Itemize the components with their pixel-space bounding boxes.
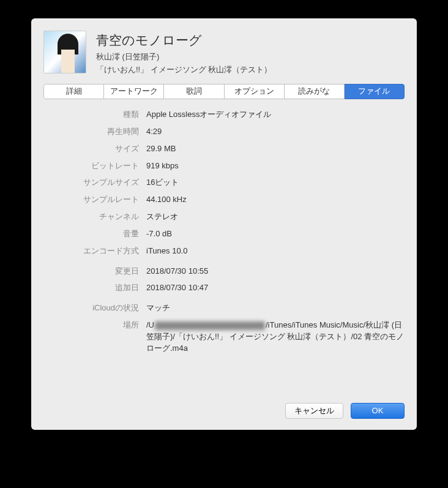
label-location: 場所 xyxy=(43,320,146,331)
title-block: 青空のモノローグ 秋山澪 (日笠陽子) 「けいおん!!」 イメージソング 秋山澪… xyxy=(96,31,272,75)
tab-lyrics[interactable]: 歌詞 xyxy=(164,84,224,99)
label-icloud: iCloudの状況 xyxy=(43,302,146,313)
row-samplesize: サンプルサイズ 16ビット xyxy=(43,177,405,189)
tab-bar: 詳細 アートワーク 歌詞 オプション 読みがな ファイル xyxy=(43,84,405,99)
tab-options[interactable]: オプション xyxy=(225,84,285,99)
tab-details[interactable]: 詳細 xyxy=(43,84,104,99)
row-kind: 種類 Apple Losslessオーディオファイル xyxy=(43,109,405,121)
value-encoder: iTunes 10.0 xyxy=(146,246,405,257)
row-added: 追加日 2018/07/30 10:47 xyxy=(43,282,405,294)
value-kind: Apple Losslessオーディオファイル xyxy=(146,109,405,121)
label-samplerate: サンプルレート xyxy=(43,194,146,205)
tab-file[interactable]: ファイル xyxy=(345,84,405,99)
dialog-header: 青空のモノローグ 秋山澪 (日笠陽子) 「けいおん!!」 イメージソング 秋山澪… xyxy=(31,18,417,84)
row-encoder: エンコード方式 iTunes 10.0 xyxy=(43,246,405,257)
tab-sorting[interactable]: 読みがな xyxy=(285,84,345,99)
album-artwork xyxy=(43,31,86,73)
value-samplerate: 44.100 kHz xyxy=(146,194,405,206)
row-samplerate: サンプルレート 44.100 kHz xyxy=(43,194,405,206)
value-duration: 4:29 xyxy=(146,126,405,138)
row-icloud: iCloudの状況 マッチ xyxy=(43,302,405,314)
value-icloud: マッチ xyxy=(146,302,405,314)
value-added: 2018/07/30 10:47 xyxy=(146,282,405,294)
value-volume: -7.0 dB xyxy=(146,228,405,240)
value-location: /U/iTunes/iTunes Music/Music/秋山澪 (日笠陽子)/… xyxy=(146,320,405,355)
ok-button[interactable]: OK xyxy=(351,403,405,419)
track-artist: 秋山澪 (日笠陽子) xyxy=(96,51,272,62)
row-modified: 変更日 2018/07/30 10:55 xyxy=(43,266,405,277)
value-samplesize: 16ビット xyxy=(146,177,405,189)
label-samplesize: サンプルサイズ xyxy=(43,177,146,188)
label-modified: 変更日 xyxy=(43,266,146,277)
label-encoder: エンコード方式 xyxy=(43,246,146,257)
value-bitrate: 919 kbps xyxy=(146,160,405,172)
cancel-button[interactable]: キャンセル xyxy=(285,403,343,419)
label-volume: 音量 xyxy=(43,228,146,239)
row-size: サイズ 29.9 MB xyxy=(43,143,405,155)
label-channels: チャンネル xyxy=(43,211,146,222)
location-prefix: /U xyxy=(146,320,154,329)
value-modified: 2018/07/30 10:55 xyxy=(146,266,405,277)
row-volume: 音量 -7.0 dB xyxy=(43,228,405,240)
row-location: 場所 /U/iTunes/iTunes Music/Music/秋山澪 (日笠陽… xyxy=(43,320,405,355)
value-channels: ステレオ xyxy=(146,211,405,223)
redacted-path xyxy=(155,321,265,330)
label-added: 追加日 xyxy=(43,282,146,293)
tab-artwork[interactable]: アートワーク xyxy=(104,84,164,99)
row-bitrate: ビットレート 919 kbps xyxy=(43,160,405,172)
label-kind: 種類 xyxy=(43,109,146,120)
label-bitrate: ビットレート xyxy=(43,160,146,171)
row-channels: チャンネル ステレオ xyxy=(43,211,405,223)
track-album: 「けいおん!!」 イメージソング 秋山澪（テスト） xyxy=(96,64,272,75)
dialog-footer: キャンセル OK xyxy=(31,366,417,430)
info-dialog: 青空のモノローグ 秋山澪 (日笠陽子) 「けいおん!!」 イメージソング 秋山澪… xyxy=(31,18,417,430)
row-duration: 再生時間 4:29 xyxy=(43,126,405,138)
value-size: 29.9 MB xyxy=(146,143,405,155)
label-size: サイズ xyxy=(43,143,146,154)
label-duration: 再生時間 xyxy=(43,126,146,137)
file-fields: 種類 Apple Losslessオーディオファイル 再生時間 4:29 サイズ… xyxy=(31,109,417,366)
track-title: 青空のモノローグ xyxy=(96,32,272,49)
